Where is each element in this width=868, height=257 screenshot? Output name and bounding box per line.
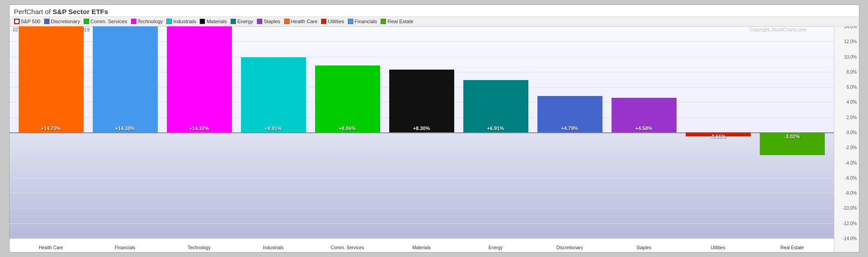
legend-label: Technology: [138, 19, 163, 24]
y-axis-label: 0.0%: [847, 130, 857, 135]
legend-swatch: [44, 19, 50, 24]
bar-value-label: +6.91%: [487, 124, 504, 132]
legend-label: Energy: [237, 19, 253, 24]
x-label-utilities: Utilities: [681, 245, 755, 250]
bar-staples[interactable]: +4.58%: [612, 98, 677, 132]
x-label-materials: Materials: [385, 245, 459, 250]
legend-swatch: [321, 19, 326, 24]
bar-technology[interactable]: +14.32%: [167, 26, 232, 132]
legend-item-industrials[interactable]: Industrials: [166, 19, 196, 24]
y-axis-label: 2.0%: [847, 115, 857, 120]
title-prefix: PerfChart of: [14, 8, 53, 15]
y-axis-label: -6.0%: [845, 175, 857, 180]
legend-label: Comm. Services: [90, 19, 127, 24]
y-axis-label: -2.0%: [845, 145, 857, 150]
bar-value-label: +14.70%: [41, 124, 61, 132]
y-axis-label: 14.0%: [844, 26, 857, 29]
legend-swatch: [14, 19, 20, 24]
legend-swatch: [257, 19, 262, 24]
legend-label: Discretionary: [51, 19, 80, 24]
chart-area: 02 October 2019 - 13 December 2019 Copyr…: [10, 26, 834, 252]
bar-value-label: +4.79%: [561, 124, 578, 132]
copyright: Copyright, StockCharts.com: [750, 27, 807, 32]
y-axis-label: 4.0%: [847, 100, 857, 105]
chart-body: 02 October 2019 - 13 December 2019 Copyr…: [10, 26, 859, 252]
chart-title: PerfChart of S&P Sector ETFs: [10, 5, 859, 16]
bar-value-label: +9.91%: [265, 124, 282, 132]
y-axis-label: -10.0%: [843, 206, 857, 211]
x-label-real-estate: Real Estate: [755, 245, 829, 250]
legend-item-real-estate[interactable]: Real Estate: [381, 19, 413, 24]
legend-item-staples[interactable]: Staples: [257, 19, 281, 24]
bar-discretionary[interactable]: +4.79%: [537, 96, 602, 132]
grid-and-bars: +14.70%+14.38%+14.32%+9.91%+8.86%+8.30%+…: [10, 26, 834, 238]
legend-item-health-care[interactable]: Health Care: [284, 19, 318, 24]
y-axis-label: 8.0%: [847, 69, 857, 74]
legend-item-comm--services[interactable]: Comm. Services: [84, 19, 127, 24]
legend-item-s-p-500[interactable]: S&P 500: [14, 19, 40, 24]
legend-swatch: [231, 19, 236, 24]
grid-line: [10, 147, 834, 148]
grid-line: [10, 238, 834, 239]
legend-item-energy[interactable]: Energy: [231, 19, 253, 24]
bar-value-label: +8.30%: [413, 124, 430, 132]
y-axis-label: 12.0%: [844, 39, 857, 44]
y-axis-label: -4.0%: [845, 160, 857, 165]
grid-line: [10, 193, 834, 193]
bar-value-label: -3.02%: [784, 132, 800, 141]
legend-item-utilities[interactable]: Utilities: [321, 19, 344, 24]
x-label-comm--services: Comm. Services: [311, 245, 385, 250]
title-main: S&P Sector ETFs: [53, 8, 108, 15]
legend-item-discretionary[interactable]: Discretionary: [44, 19, 80, 24]
x-label-industrials: Industrials: [236, 245, 311, 250]
legend-label: Industrials: [173, 19, 196, 24]
grid-line: [10, 223, 834, 224]
bar-value-label: +8.86%: [339, 124, 356, 132]
y-axis-label: -14.0%: [843, 236, 857, 241]
bar-value-label: -0.56%: [710, 132, 726, 141]
bars-section: +14.70%+14.38%+14.32%+9.91%+8.86%+8.30%+…: [10, 26, 834, 238]
x-label-staples: Staples: [607, 245, 681, 250]
bar-value-label: +14.38%: [115, 124, 135, 132]
legend-swatch: [381, 19, 386, 24]
chart-container: PerfChart of S&P Sector ETFs S&P 500Disc…: [9, 5, 859, 252]
x-label-technology: Technology: [162, 245, 236, 250]
legend-bar: S&P 500DiscretionaryComm. ServicesTechno…: [10, 16, 859, 26]
legend-label: Utilities: [328, 19, 344, 24]
y-axis-label: -8.0%: [845, 191, 857, 196]
bar-health-care[interactable]: +14.70%: [19, 26, 84, 132]
bar-value-label: +14.32%: [189, 124, 209, 132]
negative-area: [10, 132, 834, 238]
y-axis-label: -12.0%: [843, 221, 857, 226]
bar-energy[interactable]: +6.91%: [463, 80, 528, 132]
bar-industrials[interactable]: +9.91%: [241, 57, 306, 132]
bar-financials[interactable]: +14.38%: [93, 26, 158, 132]
legend-item-materials[interactable]: Materials: [200, 19, 227, 24]
bar-comm--services[interactable]: +8.86%: [315, 66, 380, 132]
y-axis: 14.0%12.0%10.0%8.0%6.0%4.0%2.0%0.0%-2.0%…: [834, 26, 859, 252]
y-axis-label: 10.0%: [844, 54, 857, 59]
legend-swatch: [284, 19, 290, 24]
legend-swatch: [84, 19, 89, 24]
grid-line: [10, 178, 834, 178]
legend-swatch: [166, 19, 172, 24]
x-axis: Health CareFinancialsTechnologyIndustria…: [10, 238, 834, 252]
legend-label: S&P 500: [21, 19, 40, 24]
legend-label: Financials: [355, 19, 377, 24]
legend-swatch: [348, 19, 353, 24]
x-label-health-care: Health Care: [14, 245, 88, 250]
legend-swatch: [200, 19, 205, 24]
legend-item-financials[interactable]: Financials: [348, 19, 377, 24]
grid-line: [10, 208, 834, 208]
x-label-energy: Energy: [459, 245, 533, 250]
bar-materials[interactable]: +8.30%: [389, 70, 454, 132]
bar-utilities[interactable]: -0.56%: [686, 132, 751, 136]
x-label-financials: Financials: [88, 245, 162, 250]
legend-label: Staples: [264, 19, 281, 24]
legend-item-technology[interactable]: Technology: [131, 19, 163, 24]
grid-line: [10, 163, 834, 163]
legend-label: Real Estate: [387, 19, 413, 24]
legend-label: Materials: [206, 19, 227, 24]
bar-real-estate[interactable]: -3.02%: [760, 132, 825, 155]
bar-value-label: +4.58%: [635, 124, 652, 132]
